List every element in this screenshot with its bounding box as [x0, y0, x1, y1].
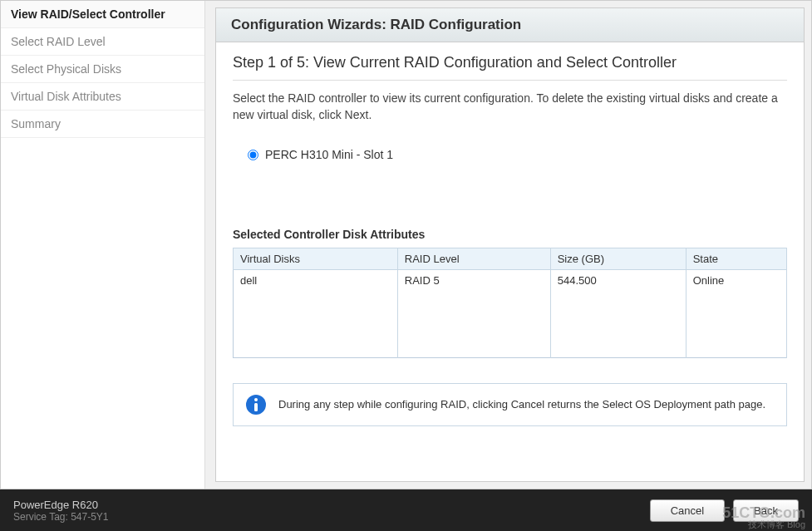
col-virtual-disks: Virtual Disks — [234, 248, 398, 270]
content-area: Configuration Wizards: RAID Configuratio… — [215, 7, 805, 482]
svg-point-1 — [254, 398, 258, 401]
info-text: During any step while configuring RAID, … — [278, 398, 765, 411]
cancel-button[interactable]: Cancel — [650, 499, 725, 522]
wizard-header: Configuration Wizards: RAID Configuratio… — [216, 8, 804, 42]
back-button[interactable]: Back — [733, 499, 799, 522]
sidebar-item-label: Virtual Disk Attributes — [11, 90, 121, 103]
col-raid-level: RAID Level — [397, 248, 550, 270]
sidebar-item-label: Summary — [11, 117, 61, 130]
step-title: Step 1 of 5: View Current RAID Configura… — [233, 54, 787, 71]
sidebar-item-virtual-disk-attributes[interactable]: Virtual Disk Attributes — [1, 83, 204, 111]
cell-size: 544.500 — [550, 270, 686, 292]
cell-virtual-disks: dell — [234, 270, 398, 292]
controller-label: PERC H310 Mini - Slot 1 — [265, 148, 393, 161]
content-body: Step 1 of 5: View Current RAID Configura… — [216, 42, 804, 481]
table-empty-row — [234, 324, 787, 357]
wizard-title: Configuration Wizards: RAID Configuratio… — [231, 17, 521, 32]
col-size: Size (GB) — [550, 248, 686, 270]
info-icon — [245, 394, 267, 415]
sidebar-item-summary[interactable]: Summary — [1, 111, 204, 138]
main-layout: View RAID/Select Controller Select RAID … — [0, 0, 812, 489]
info-box: During any step while configuring RAID, … — [233, 383, 787, 426]
footer-right: Cancel Back — [650, 499, 799, 522]
disk-attributes-table: Virtual Disks RAID Level Size (GB) State… — [233, 248, 787, 358]
table-header-row: Virtual Disks RAID Level Size (GB) State — [234, 248, 787, 270]
sidebar-item-view-raid[interactable]: View RAID/Select Controller — [1, 1, 204, 28]
sidebar-item-label: Select Physical Disks — [11, 62, 121, 76]
system-model: PowerEdge R620 — [13, 499, 109, 511]
sidebar-item-label: View RAID/Select Controller — [11, 7, 165, 21]
cell-raid-level: RAID 5 — [397, 270, 550, 292]
step-description: Select the RAID controller to view its c… — [233, 91, 787, 123]
svg-rect-2 — [254, 403, 258, 411]
table-row[interactable]: dell RAID 5 544.500 Online — [234, 270, 787, 292]
wizard-sidebar: View RAID/Select Controller Select RAID … — [1, 1, 205, 489]
sidebar-item-select-raid-level[interactable]: Select RAID Level — [1, 28, 204, 56]
table-empty-row — [234, 291, 787, 324]
controller-radio[interactable] — [248, 150, 258, 160]
footer-bar: PowerEdge R620 Service Tag: 547-5Y1 Canc… — [0, 489, 812, 531]
sidebar-item-label: Select RAID Level — [11, 35, 106, 48]
watermark-sub: 技术博客 Blog — [722, 520, 805, 529]
cell-state: Online — [686, 270, 786, 292]
col-state: State — [686, 248, 786, 270]
sidebar-item-select-physical-disks[interactable]: Select Physical Disks — [1, 56, 204, 83]
divider — [233, 80, 787, 81]
controller-option[interactable]: PERC H310 Mini - Slot 1 — [248, 148, 787, 161]
attributes-section-title: Selected Controller Disk Attributes — [233, 228, 787, 241]
service-tag: Service Tag: 547-5Y1 — [13, 511, 109, 523]
footer-left: PowerEdge R620 Service Tag: 547-5Y1 — [13, 499, 109, 523]
